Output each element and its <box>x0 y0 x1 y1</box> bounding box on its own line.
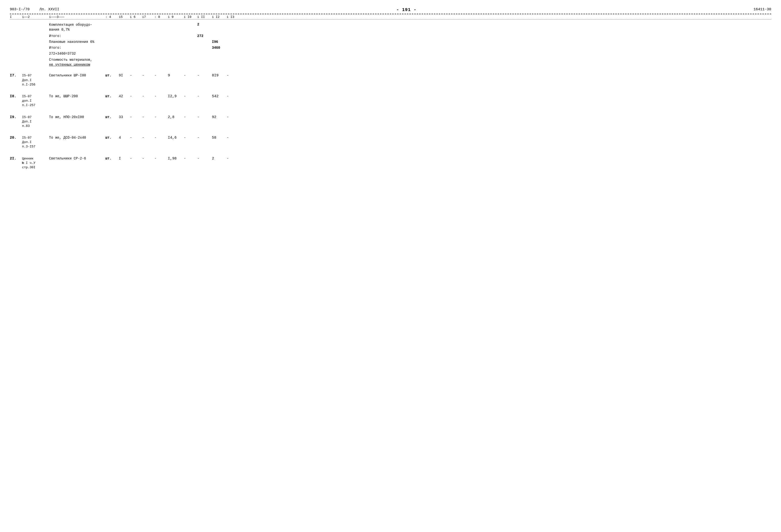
col-header-13: i I3 <box>227 15 239 19</box>
row-num-17: I7. <box>10 74 22 78</box>
data-rows-section: I7. I5-07Доп.Iп.I-256 Светильники ШР-I00… <box>10 71 771 171</box>
row-ref-18: I5-07доп.Iп.I-257 <box>22 94 49 108</box>
summary-label-5: 272+3460=3732 <box>49 52 105 55</box>
row-c9-18: I2,9 <box>168 94 184 98</box>
col-header-10: i I0 <box>184 15 197 19</box>
col-header-12: i I2 <box>212 15 227 19</box>
stamp: 16411-30 <box>753 7 771 11</box>
row-ref-17: I5-07Доп.Iп.I-256 <box>22 74 49 87</box>
row-unit-20: шт. <box>105 136 119 139</box>
row-qty-18: 42 <box>119 94 130 98</box>
col-header-8: : 8 <box>154 15 168 19</box>
row-c11-17: - <box>197 74 212 78</box>
row-c6-21: - <box>130 157 142 161</box>
row-ref-20: I5-07Доп.Iп.3-I57 <box>22 136 49 149</box>
row-c13-17: - <box>227 74 239 78</box>
row-c11-18: - <box>197 94 212 98</box>
row-c12-17: 8I9 <box>212 74 227 78</box>
row-c9-20: I4,6 <box>168 136 184 140</box>
col-header-9: i 9 <box>168 15 184 19</box>
row-desc-20: То же, ДСО-04-2х40 <box>49 136 105 139</box>
page-number: - 191 - <box>396 7 417 12</box>
row-c6-17: - <box>130 74 142 78</box>
row-c10-21: - <box>184 157 197 161</box>
row-c8-18: - <box>154 94 168 98</box>
row-c8-17: - <box>154 74 168 78</box>
row-c10-20: - <box>184 136 197 140</box>
summary-row-5: 272+3460=3732 <box>10 51 771 56</box>
col-header-1: I <box>10 15 22 19</box>
row-c13-21: - <box>227 157 239 161</box>
summary-section: Комплектация оборудо-вания 0,7% 2 Итого:… <box>10 22 771 68</box>
row-qty-20: 4 <box>119 136 130 139</box>
summary-label-1: Комплектация оборудо-вания 0,7% <box>49 23 105 32</box>
row-c12-18: 542 <box>212 94 227 98</box>
summary-row-6: Стоимость материалов,не учтенных ценнико… <box>10 56 771 68</box>
row-qty-19: 33 <box>119 115 130 119</box>
col-header-7: i7 <box>142 15 154 19</box>
summary-row-4: Итого: 3460 <box>10 45 771 51</box>
col-header-11: i II <box>197 15 212 19</box>
row-c9-21: I,98 <box>168 157 184 161</box>
row-desc-21: Светильники СР-2-6 <box>49 157 105 160</box>
row-num-18: I8. <box>10 94 22 98</box>
row-c7-21: - <box>142 157 154 161</box>
row-unit-17: шт. <box>105 74 119 77</box>
row-desc-18: То же, ШШР-200 <box>49 94 105 98</box>
col-header-3: i———3——— <box>49 15 105 19</box>
row-unit-18: шт. <box>105 94 119 98</box>
row-c9-19: 2,8 <box>168 115 184 119</box>
top-dashed-line <box>10 14 771 14</box>
summary-val-4-c12: 3460 <box>212 46 227 50</box>
row-c6-18: - <box>130 94 142 98</box>
page-header: 903-I-/70 Лл. XXVII - 191 - 16411-30 <box>10 7 771 12</box>
summary-row-2: Итого: 272 <box>10 33 771 39</box>
row-c11-19: - <box>197 115 212 119</box>
summary-val-1-c11: 2 <box>197 23 212 32</box>
row-c10-18: - <box>184 94 197 98</box>
row-ref-19: I5-07Доп.Iп.83 <box>22 115 49 129</box>
summary-row-3: Плановые накопления 6% I96 <box>10 39 771 45</box>
row-num-19: I9. <box>10 115 22 119</box>
data-row-18: I8. I5-07доп.Iп.I-257 То же, ШШР-200 шт.… <box>10 92 771 109</box>
row-desc-17: Светильники ШР-I00 <box>49 74 105 77</box>
row-c10-17: - <box>184 74 197 78</box>
data-row-19: I9. I5-07Доп.Iп.83 То же, НПО-20хI00 шт.… <box>10 113 771 130</box>
row-c8-20: - <box>154 136 168 140</box>
row-desc-19: То же, НПО-20хI00 <box>49 115 105 119</box>
row-c13-20: - <box>227 136 239 140</box>
row-c7-17: - <box>142 74 154 78</box>
row-c9-17: 9 <box>168 74 184 78</box>
row-c12-21: 2 <box>212 157 227 161</box>
row-c7-18: - <box>142 94 154 98</box>
row-qty-21: I <box>119 157 130 160</box>
row-unit-19: шт. <box>105 115 119 119</box>
data-row-21: 2I. Ценник№ I ч.Устр.30I Светильники СР-… <box>10 154 771 171</box>
summary-val-3-c12: I96 <box>212 40 227 44</box>
summary-label-2: Итого: <box>49 34 105 38</box>
doc-number: 903-I-/70 <box>10 7 30 11</box>
row-c7-19: - <box>142 115 154 119</box>
row-c12-19: 92 <box>212 115 227 119</box>
data-row-17: I7. I5-07Доп.Iп.I-256 Светильники ШР-I00… <box>10 71 771 88</box>
row-c11-20: - <box>197 136 212 140</box>
row-c12-20: 58 <box>212 136 227 140</box>
row-ref-21: Ценник№ I ч.Устр.30I <box>22 157 49 170</box>
summary-label-3: Плановые накопления 6% <box>49 40 105 44</box>
row-num-21: 2I. <box>10 157 22 161</box>
col-header-6: i 6 <box>130 15 142 19</box>
sheet-ref: Лл. XXVII <box>39 7 59 11</box>
summary-label-6: Стоимость материалов,не учтенных ценнико… <box>49 57 105 67</box>
row-c6-19: - <box>130 115 142 119</box>
col-header-2: i——2 <box>22 15 49 19</box>
row-c8-19: - <box>154 115 168 119</box>
summary-label-4: Итого: <box>49 46 105 50</box>
col-header-5: i5 <box>119 15 130 19</box>
row-qty-17: 9I <box>119 74 130 77</box>
row-c8-21: - <box>154 157 168 161</box>
row-c13-18: - <box>227 94 239 98</box>
row-c7-20: - <box>142 136 154 140</box>
summary-val-2-c11: 272 <box>197 34 212 38</box>
summary-row-1: Комплектация оборудо-вания 0,7% 2 <box>10 22 771 33</box>
row-c11-21: - <box>197 157 212 161</box>
